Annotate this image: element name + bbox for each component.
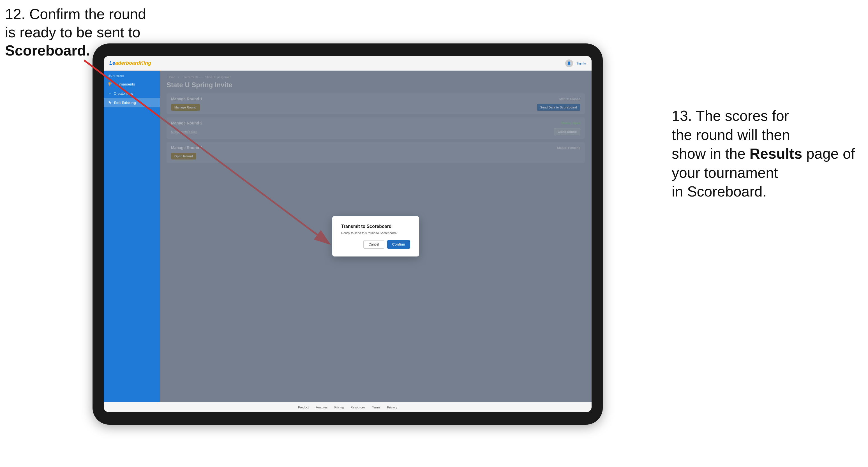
nav-right: 👤 Sign In — [565, 59, 586, 67]
modal-subtitle: Ready to send this round to Scoreboard? — [341, 231, 410, 235]
confirm-button[interactable]: Confirm — [387, 240, 410, 249]
footer-link-product[interactable]: Product — [298, 406, 309, 409]
annotation-top-left: 12. Confirm the round is ready to be sen… — [5, 5, 146, 60]
plus-icon: ＋ — [108, 92, 112, 96]
footer-link-privacy[interactable]: Privacy — [387, 406, 397, 409]
modal-actions: Cancel Confirm — [341, 240, 410, 249]
trophy-icon: 🏆 — [108, 83, 112, 86]
top-nav: LeaderboardKing 👤 Sign In — [104, 56, 592, 71]
sidebar-item-tournaments[interactable]: 🏆 Tournaments — [104, 80, 160, 89]
avatar: 👤 — [565, 59, 573, 67]
modal-overlay: Transmit to Scoreboard Ready to send thi… — [160, 71, 592, 402]
app-logo: LeaderboardKing — [109, 60, 151, 66]
edit-icon: ✎ — [108, 101, 112, 105]
footer-link-terms[interactable]: Terms — [372, 406, 380, 409]
sidebar: MAIN MENU 🏆 Tournaments ＋ Create New ✎ E… — [104, 71, 160, 402]
tablet-frame: LeaderboardKing 👤 Sign In MAIN MENU 🏆 To… — [93, 43, 603, 425]
modal: Transmit to Scoreboard Ready to send thi… — [332, 216, 419, 256]
annotation-right: 13. The scores for the round will then s… — [672, 106, 862, 201]
main-content: Home › Tournaments › State U Spring Invi… — [160, 71, 592, 402]
cancel-button[interactable]: Cancel — [363, 240, 384, 249]
sign-in-link[interactable]: Sign In — [577, 62, 586, 65]
sidebar-item-edit-existing[interactable]: ✎ Edit Existing — [104, 98, 160, 107]
app-footer: ProductFeaturesPricingResourcesTermsPriv… — [104, 402, 592, 412]
footer-link-resources[interactable]: Resources — [350, 406, 365, 409]
sidebar-section-label: MAIN MENU — [104, 74, 160, 77]
app-body: MAIN MENU 🏆 Tournaments ＋ Create New ✎ E… — [104, 71, 592, 402]
sidebar-item-create-new[interactable]: ＋ Create New — [104, 89, 160, 98]
footer-link-pricing[interactable]: Pricing — [335, 406, 344, 409]
tablet-screen: LeaderboardKing 👤 Sign In MAIN MENU 🏆 To… — [104, 56, 592, 412]
footer-link-features[interactable]: Features — [315, 406, 328, 409]
modal-title: Transmit to Scoreboard — [341, 224, 410, 229]
